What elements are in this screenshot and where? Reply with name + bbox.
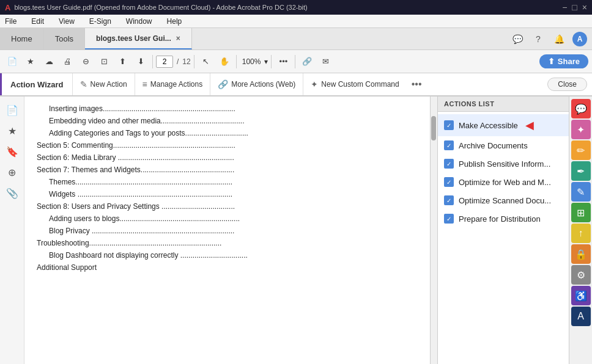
tab-document[interactable]: blogs.tees User Gui... × xyxy=(85,28,192,49)
close-action-wizard-button[interactable]: Close xyxy=(547,78,587,91)
left-icon-annotations[interactable]: 🔖 xyxy=(2,142,22,161)
far-right-toolbar: 💬 ✦ ✏ ✒ ✎ ⊞ ↑ 🔒 ⚙ ♿ A xyxy=(569,96,592,364)
action-label-optimize-web: Optimize for Web and M... xyxy=(459,178,551,187)
accessibility-icon[interactable]: ♿ xyxy=(571,286,591,305)
left-icon-pages[interactable]: 📄 xyxy=(2,100,22,120)
export-pdf-icon[interactable]: ↑ xyxy=(571,224,591,243)
menu-view[interactable]: View xyxy=(56,16,77,27)
avatar[interactable]: A xyxy=(572,32,587,46)
maximize-button[interactable]: □ xyxy=(572,2,577,12)
bookmark-button[interactable]: ★ xyxy=(22,53,39,71)
manage-actions-button[interactable]: ≡ Manage Actions xyxy=(135,73,210,95)
new-action-button[interactable]: ✎ New Action xyxy=(72,73,135,95)
prev-page-button[interactable]: ⬇ xyxy=(132,53,149,71)
menu-window[interactable]: Window xyxy=(124,16,155,27)
mail-tool[interactable]: ✉ xyxy=(317,53,334,71)
scrollbar-thumb[interactable] xyxy=(431,116,436,140)
action-toolbar-more-button[interactable]: ••• xyxy=(407,76,427,93)
close-window-button[interactable]: × xyxy=(582,2,587,12)
doc-line-9: Section 8: Users and Privacy Settings ..… xyxy=(37,200,425,213)
action-checkbox-2[interactable]: ✓ xyxy=(444,159,454,169)
share-label: Share xyxy=(558,57,580,66)
action-wizard-title: Action Wizard xyxy=(2,73,72,95)
cloud-button[interactable]: ☁ xyxy=(40,53,57,71)
link-tool[interactable]: 🔗 xyxy=(298,53,316,71)
tab-home-label: Home xyxy=(11,34,32,43)
left-icon-search[interactable]: ⊕ xyxy=(2,162,22,182)
share-button[interactable]: ⬆ Share xyxy=(539,54,588,68)
left-panel: 📄 ★ 🔖 ⊕ 📎 xyxy=(0,96,24,364)
protect-icon[interactable]: 🔒 xyxy=(571,244,591,264)
new-custom-command-button[interactable]: ✦ New Custom Command xyxy=(303,73,406,95)
left-icon-bookmarks[interactable]: ★ xyxy=(2,121,22,140)
minimize-button[interactable]: − xyxy=(562,2,567,12)
action-item-optimize-scan[interactable]: ✓ Optimize Scanned Docu... xyxy=(438,191,569,209)
menu-bar: File Edit View E-Sign Window Help xyxy=(0,15,592,28)
action-checkbox-4[interactable]: ✓ xyxy=(444,195,454,205)
document-scrollbar[interactable] xyxy=(430,96,437,364)
toolbar-separator-4 xyxy=(271,55,272,68)
action-checkbox-0[interactable]: ✓ xyxy=(444,120,454,130)
action-label-publish: Publish Sensitive Inform... xyxy=(459,159,550,169)
custom-command-label: New Custom Command xyxy=(321,80,399,89)
stamp-icon[interactable]: ✦ xyxy=(571,120,591,139)
upload-button[interactable]: ⬆ xyxy=(114,53,131,71)
action-item-optimize-web[interactable]: ✓ Optimize for Web and M... xyxy=(438,173,569,191)
doc-line-2: Embedding video and other media.........… xyxy=(37,115,425,127)
hand-tool[interactable]: ✋ xyxy=(216,53,233,71)
create-button[interactable]: 📄 xyxy=(4,53,21,71)
comment-icon[interactable]: 💬 xyxy=(571,99,591,118)
doc-line-11: Blog Privacy ...........................… xyxy=(37,225,425,237)
actions-list: ✓ Make Accessible ◀ ✓ Archive Documents … xyxy=(438,112,569,364)
action-toolbar: Action Wizard ✎ New Action ≡ Manage Acti… xyxy=(0,73,592,96)
tab-close-button[interactable]: × xyxy=(176,34,180,43)
pen-icon[interactable]: ✏ xyxy=(571,140,591,160)
window-title: blogs.tees User Guide.pdf (Opened from A… xyxy=(14,4,307,11)
tab-bar: Home Tools blogs.tees User Gui... × 💬 ? … xyxy=(0,28,592,50)
tab-tools[interactable]: Tools xyxy=(44,28,85,49)
more-actions-button[interactable]: 🔗 More Actions (Web) xyxy=(210,73,303,95)
share-icon: ⬆ xyxy=(548,57,555,66)
notification-icon[interactable]: 🔔 xyxy=(552,32,566,46)
action-checkbox-3[interactable]: ✓ xyxy=(444,177,454,187)
zoom-out-button[interactable]: ⊖ xyxy=(77,53,94,71)
fill-sign-icon[interactable]: ✒ xyxy=(571,161,591,181)
toolbar-separator-1 xyxy=(152,55,153,68)
print-button[interactable]: 🖨 xyxy=(59,53,76,71)
page-separator: / xyxy=(174,57,181,66)
action-item-prepare-dist[interactable]: ✓ Prepare for Distribution xyxy=(438,209,569,228)
actions-panel: ACTIONS LIST ✓ Make Accessible ◀ ✓ Archi… xyxy=(437,96,569,364)
tab-document-label: blogs.tees User Gui... xyxy=(96,34,171,43)
message-icon[interactable]: 💬 xyxy=(510,32,525,46)
cursor-tool[interactable]: ↖ xyxy=(198,53,215,71)
menu-esign[interactable]: E-Sign xyxy=(87,16,114,27)
organize-pages-icon[interactable]: ⊞ xyxy=(571,203,591,222)
tab-home[interactable]: Home xyxy=(0,28,44,49)
more-tools-button[interactable]: ••• xyxy=(275,53,292,71)
menu-file[interactable]: File xyxy=(2,16,19,27)
more-actions-icon: 🔗 xyxy=(218,79,228,89)
help-icon[interactable]: ? xyxy=(531,32,546,46)
action-item-archive[interactable]: ✓ Archive Documents xyxy=(438,136,569,155)
acrobat-services-icon[interactable]: A xyxy=(571,307,591,326)
action-item-publish[interactable]: ✓ Publish Sensitive Inform... xyxy=(438,155,569,173)
doc-line-6: Section 7: Themes and Widgets...........… xyxy=(37,164,425,176)
action-checkbox-1[interactable]: ✓ xyxy=(444,140,454,150)
doc-line-3: Adding Categories and Tags to your posts… xyxy=(37,127,425,139)
page-number-input[interactable] xyxy=(156,56,173,68)
new-action-label: New Action xyxy=(91,80,127,89)
action-label-archive: Archive Documents xyxy=(459,141,528,150)
action-checkbox-5[interactable]: ✓ xyxy=(444,214,454,224)
scan-button[interactable]: ⊡ xyxy=(95,53,113,71)
more-actions-label: More Actions (Web) xyxy=(231,80,295,89)
action-item-make-accessible[interactable]: ✓ Make Accessible ◀ xyxy=(438,114,569,136)
doc-line-7: Themes..................................… xyxy=(37,176,425,188)
total-pages: 12 xyxy=(182,57,190,66)
edit-pdf-icon[interactable]: ✎ xyxy=(571,182,591,202)
left-icon-attachments[interactable]: 📎 xyxy=(2,183,22,203)
menu-help[interactable]: Help xyxy=(165,16,185,27)
menu-edit[interactable]: Edit xyxy=(29,16,46,27)
zoom-dropdown-icon[interactable]: ▾ xyxy=(264,57,268,66)
optimize-icon[interactable]: ⚙ xyxy=(571,265,591,285)
doc-line-14: Additional Support xyxy=(37,261,425,274)
